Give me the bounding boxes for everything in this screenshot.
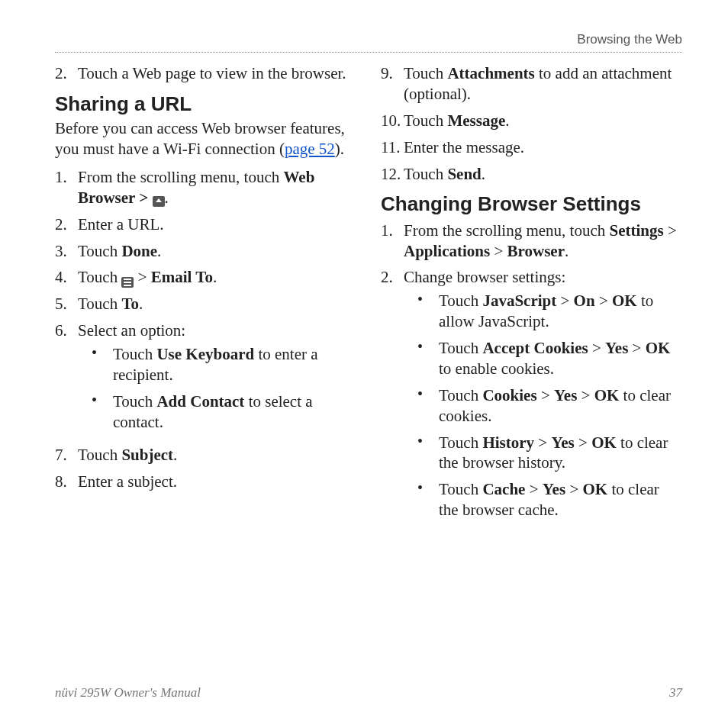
share-intro: Before you can access Web browser featur… [55, 118, 356, 159]
list-item: 2. Enter a URL. [55, 214, 356, 235]
bold-text: Message [447, 111, 505, 130]
text: Touch [439, 339, 482, 357]
sub-list: • Touch Use Keyboard to enter a recipien… [92, 344, 356, 433]
list-item: 3. Touch Done. [55, 241, 356, 262]
item-number: 1. [55, 167, 78, 188]
text: Touch [439, 386, 482, 404]
sub-item: • Touch Cookies > Yes > OK to clear cook… [417, 385, 682, 427]
bold-text: Applications [404, 242, 490, 260]
running-header: Browsing the Web [55, 32, 682, 52]
list-item: 5. Touch To. [55, 294, 356, 314]
text: Touch [78, 242, 121, 260]
text: > [534, 433, 551, 452]
bullet-icon: • [92, 391, 113, 408]
item-number: 8. [55, 472, 78, 492]
list-item: 1. From the scrolling menu, touch Web Br… [55, 167, 356, 208]
text: > [595, 292, 612, 310]
bold-text: Attachments [447, 64, 534, 82]
item-number: 2. [55, 63, 78, 84]
item-text: Touch Use Keyboard to enter a recipient. [113, 344, 356, 385]
share-steps: 1. From the scrolling menu, touch Web Br… [55, 167, 356, 492]
right-column: 9. Touch Attachments to add an attachmen… [381, 60, 682, 533]
bold-text: History [482, 433, 534, 452]
heading-sharing-url: Sharing a URL [55, 92, 356, 117]
item-text: Touch Subject. [78, 445, 356, 465]
text: > [588, 339, 605, 357]
item-text: Touch JavaScript > On > OK to allow Java… [439, 291, 682, 332]
bold-text: Yes [605, 339, 628, 357]
bold-text: Send [447, 165, 481, 183]
bold-text: To [121, 295, 139, 313]
page-link-52[interactable]: page 52 [285, 140, 335, 158]
text: Touch [404, 165, 447, 183]
text: Touch [439, 480, 482, 498]
item-text: Touch Attachments to add an attachment (… [404, 63, 682, 105]
text: . [157, 242, 161, 260]
item-text: Select an option: • Touch Use Keyboard t… [78, 321, 356, 438]
text: > [537, 386, 554, 404]
bold-text: Add Contact [156, 392, 244, 411]
text: . [173, 446, 177, 464]
bold-text: On [574, 292, 595, 310]
sub-list: • Touch JavaScript > On > OK to allow Ja… [417, 291, 682, 520]
item-text: Enter a subject. [78, 472, 356, 492]
bullet-icon: • [417, 291, 439, 308]
text: > [134, 268, 150, 286]
item-text: From the scrolling menu, touch Settings … [404, 221, 682, 262]
text: > [628, 339, 645, 357]
text: . [505, 111, 509, 130]
heading-changing-settings: Changing Browser Settings [381, 192, 682, 217]
item-text: Touch Cache > Yes > OK to clear the brow… [439, 479, 682, 520]
list-item: 1. From the scrolling menu, touch Settin… [381, 221, 682, 262]
text: From the scrolling menu, touch [404, 221, 609, 240]
text: > [575, 433, 591, 452]
text: to enable cookies. [439, 359, 554, 378]
bold-text: Cookies [482, 386, 536, 404]
item-text: Touch Message. [404, 111, 682, 131]
share-steps-cont: 9. Touch Attachments to add an attachmen… [381, 63, 682, 184]
bold-text: Done [121, 242, 157, 260]
text: Touch [78, 268, 121, 286]
text: Touch [404, 111, 447, 130]
list-item: 7. Touch Subject. [55, 445, 356, 465]
item-number: 3. [55, 241, 78, 262]
item-text: Change browser settings: • Touch JavaScr… [404, 267, 682, 527]
text: > [525, 480, 542, 498]
bold-text: OK [594, 386, 620, 404]
bold-text: OK [612, 292, 637, 310]
text: > [664, 221, 677, 240]
bold-text: OK [646, 339, 671, 357]
menu-icon [121, 277, 134, 288]
text: Select an option: [78, 321, 185, 340]
bold-text: Cache [482, 480, 525, 498]
list-item: 4. Touch > Email To. [55, 267, 356, 288]
item-number: 12. [381, 164, 404, 185]
item-text: Touch History > Yes > OK to clear the br… [439, 433, 682, 474]
text: . [565, 242, 569, 260]
bold-text: Yes [543, 480, 565, 498]
sub-item: • Touch Add Contact to select a contact. [92, 391, 356, 433]
list-item: 11. Enter the message. [381, 137, 682, 158]
text: > [565, 480, 582, 498]
item-number: 5. [55, 294, 78, 314]
bullet-icon: • [417, 385, 439, 402]
sub-item: • Touch JavaScript > On > OK to allow Ja… [417, 291, 682, 332]
item-number: 11. [381, 137, 404, 158]
item-text: Touch Accept Cookies > Yes > OK to enabl… [439, 338, 682, 379]
item-text: Touch To. [78, 294, 356, 314]
list-item: 2. Touch a Web page to view in the brows… [55, 63, 356, 84]
text: . [482, 165, 485, 183]
item-number: 2. [381, 267, 404, 288]
text: Touch [113, 345, 156, 363]
left-column: 2. Touch a Web page to view in the brows… [55, 60, 356, 533]
bold-text: Browser [507, 242, 565, 260]
text: Touch [404, 64, 447, 82]
item-text: Touch Cookies > Yes > OK to clear cookie… [439, 385, 682, 427]
list-item: 2. Change browser settings: • Touch Java… [381, 267, 682, 527]
text: Touch [78, 446, 121, 464]
bold-text: OK [591, 433, 617, 452]
item-text: Touch a Web page to view in the browser. [78, 63, 356, 84]
text: Touch [439, 292, 482, 310]
item-number: 10. [381, 111, 404, 131]
text: From the scrolling menu, touch [78, 168, 283, 186]
